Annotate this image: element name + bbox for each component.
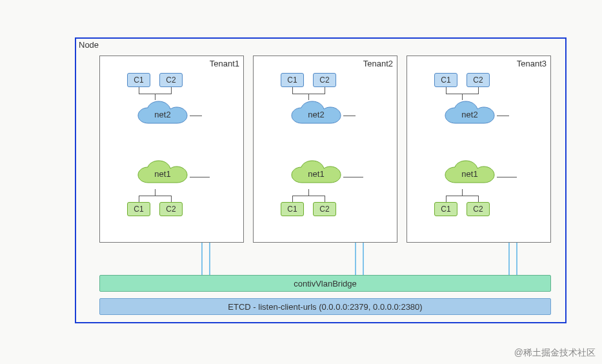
contiv-vlan-bridge-bar: contivVlanBridge bbox=[99, 275, 551, 292]
container-label: C2 bbox=[166, 205, 176, 214]
connector bbox=[190, 116, 202, 116]
diagram-canvas: Node Tenant1 C1 C2 net2 net1 bbox=[75, 37, 567, 323]
tenants-row: Tenant1 C1 C2 net2 net1 C1 C2 bbox=[99, 56, 551, 243]
tenant-label: Tenant3 bbox=[517, 59, 547, 68]
container-label: C1 bbox=[441, 76, 450, 85]
container-label: C1 bbox=[287, 76, 297, 85]
container-box: C1 bbox=[434, 73, 457, 87]
bridge-label: contivVlanBridge bbox=[294, 279, 357, 288]
connector bbox=[478, 87, 479, 94]
container-label: C2 bbox=[166, 76, 176, 85]
tenant-box-3: Tenant3 C1 C2 net2 net1 C1 C2 bbox=[406, 56, 551, 243]
tenant-box-1: Tenant1 C1 C2 net2 net1 C1 C2 bbox=[99, 56, 244, 243]
tenant-label: Tenant1 bbox=[210, 59, 239, 68]
connector bbox=[292, 87, 293, 94]
connector bbox=[446, 196, 479, 196]
connector bbox=[171, 87, 172, 94]
container-box: C2 bbox=[313, 202, 336, 216]
connector bbox=[343, 116, 356, 116]
connector bbox=[292, 196, 325, 196]
container-box: C1 bbox=[434, 202, 457, 216]
connector bbox=[155, 189, 156, 196]
node-label: Node bbox=[79, 40, 99, 50]
connector bbox=[155, 94, 156, 100]
connector bbox=[462, 94, 463, 100]
container-label: C2 bbox=[473, 76, 483, 85]
net-label: net2 bbox=[461, 110, 477, 119]
net-label: net2 bbox=[308, 110, 324, 119]
container-box: C1 bbox=[127, 202, 150, 216]
container-label: C1 bbox=[134, 76, 143, 85]
connector bbox=[325, 196, 325, 202]
container-box: C1 bbox=[127, 73, 150, 87]
connector bbox=[446, 87, 446, 94]
container-label: C2 bbox=[319, 205, 329, 214]
connector bbox=[190, 177, 210, 177]
connector bbox=[292, 196, 293, 202]
etcd-label: ETCD - listen-client-urls (0.0.0.0:2379,… bbox=[228, 302, 422, 312]
cloud-icon: net1 bbox=[289, 159, 343, 189]
container-box: C2 bbox=[467, 202, 490, 216]
container-label: C1 bbox=[441, 205, 450, 214]
net-label: net2 bbox=[154, 110, 170, 119]
container-box: C2 bbox=[313, 73, 336, 87]
connector bbox=[171, 196, 172, 202]
container-box: C2 bbox=[159, 73, 183, 87]
connector bbox=[462, 189, 463, 196]
connector bbox=[139, 196, 172, 196]
container-box: C1 bbox=[281, 73, 304, 87]
connector bbox=[325, 87, 325, 94]
connector bbox=[308, 189, 309, 196]
connector bbox=[497, 116, 509, 116]
net-label: net1 bbox=[154, 169, 170, 179]
container-label: C2 bbox=[319, 76, 329, 85]
container-label: C1 bbox=[134, 205, 143, 214]
container-box: C1 bbox=[281, 202, 304, 216]
container-box: C2 bbox=[159, 202, 183, 216]
connector bbox=[497, 177, 517, 177]
cloud-icon: net1 bbox=[443, 159, 497, 189]
connector bbox=[139, 196, 139, 202]
connector bbox=[446, 196, 446, 202]
container-label: C2 bbox=[473, 205, 483, 214]
cloud-icon: net2 bbox=[135, 100, 190, 130]
tenant-label: Tenant2 bbox=[363, 59, 393, 68]
connector bbox=[343, 177, 363, 177]
container-box: C2 bbox=[467, 73, 490, 87]
cloud-icon: net1 bbox=[135, 159, 190, 189]
connector bbox=[308, 94, 309, 100]
container-label: C1 bbox=[287, 205, 297, 214]
cloud-icon: net2 bbox=[443, 100, 497, 130]
cloud-icon: net2 bbox=[289, 100, 343, 130]
net-label: net1 bbox=[308, 169, 324, 179]
watermark-text: @稀土掘金技术社区 bbox=[514, 347, 596, 359]
tenant-box-2: Tenant2 C1 C2 net2 net1 C1 C2 bbox=[253, 56, 397, 243]
net-label: net1 bbox=[461, 169, 477, 179]
connector bbox=[478, 196, 479, 202]
connector bbox=[139, 87, 139, 94]
etcd-bar: ETCD - listen-client-urls (0.0.0.0:2379,… bbox=[99, 298, 551, 315]
